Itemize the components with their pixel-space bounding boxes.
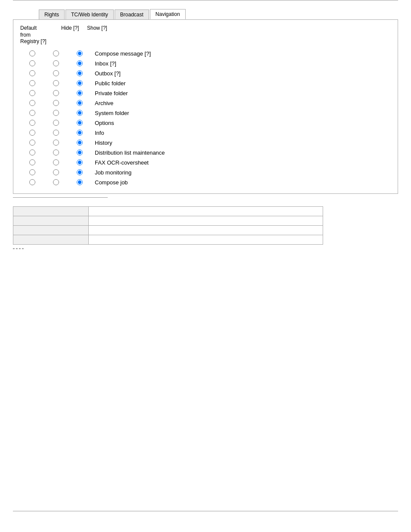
label-system-folder: System folder <box>95 110 129 116</box>
radio-col-default-10 <box>20 140 44 146</box>
radio-default-compose[interactable] <box>29 50 35 56</box>
nav-item-archive: Archive <box>20 99 391 107</box>
radio-col-show-2 <box>68 60 91 66</box>
table-cell-label-2 <box>13 216 89 225</box>
radio-default-archive[interactable] <box>29 100 35 106</box>
radio-default-fax-ocr[interactable] <box>29 159 35 165</box>
radio-show-distlist[interactable] <box>77 149 83 156</box>
radio-hide-options[interactable] <box>53 120 59 126</box>
tabs-row: Rights TC/Web Identity Broadcast Navigat… <box>13 9 398 19</box>
radio-show-options[interactable] <box>77 120 83 126</box>
radio-show-info[interactable] <box>77 130 83 136</box>
label-archive: Archive <box>95 100 113 106</box>
table-cell-label-1 <box>13 206 89 216</box>
radio-hide-distlist[interactable] <box>53 149 59 156</box>
label-job-monitoring: Job monitoring <box>95 169 131 176</box>
radio-col-default-3 <box>20 70 44 76</box>
radio-hide-fax-ocr[interactable] <box>53 159 59 165</box>
radio-hide-job-monitoring[interactable] <box>53 169 59 175</box>
column-headers: DefaultfromRegistry [?] Hide [?] Show [?… <box>20 25 391 45</box>
top-border <box>13 0 398 0</box>
label-info: Info <box>95 130 104 136</box>
nav-item-system-folder: System folder <box>20 109 391 117</box>
nav-item-distribution-list: Distribution list maintenance <box>20 149 391 157</box>
radio-hide-outbox[interactable] <box>53 70 59 76</box>
radio-show-history[interactable] <box>77 140 83 146</box>
table-row <box>13 235 323 244</box>
nav-item-history: History <box>20 139 391 147</box>
radio-show-fax-ocr[interactable] <box>77 159 83 165</box>
nav-item-inbox: Inbox [?] <box>20 59 391 68</box>
radio-col-hide-7 <box>44 110 68 116</box>
radio-col-show-3 <box>68 70 91 76</box>
radio-hide-archive[interactable] <box>53 100 59 106</box>
table-cell-value-2 <box>89 216 323 225</box>
label-compose-message: Compose message [?] <box>95 50 151 57</box>
radio-hide-public-folder[interactable] <box>53 80 59 86</box>
radio-col-show-13 <box>68 169 91 175</box>
radio-default-info[interactable] <box>29 130 35 136</box>
radio-show-system-folder[interactable] <box>77 110 83 116</box>
footer-note: " " " " <box>13 247 398 252</box>
radio-hide-compose[interactable] <box>53 50 59 56</box>
radio-col-show-7 <box>68 110 91 116</box>
radio-default-distlist[interactable] <box>29 149 35 156</box>
radio-col-hide-5 <box>44 90 68 96</box>
radio-col-hide-9 <box>44 130 68 136</box>
radio-col-default-14 <box>20 179 44 185</box>
radio-default-public-folder[interactable] <box>29 80 35 86</box>
label-options: Options <box>95 120 114 126</box>
radio-default-private-folder[interactable] <box>29 90 35 96</box>
radio-default-compose-job[interactable] <box>29 179 35 185</box>
radio-show-job-monitoring[interactable] <box>77 169 83 175</box>
nav-item-public-folder: Public folder <box>20 79 391 87</box>
radio-show-compose[interactable] <box>77 50 83 56</box>
radio-col-default-9 <box>20 130 44 136</box>
label-history: History <box>95 140 112 146</box>
label-outbox: Outbox [?] <box>95 70 121 77</box>
radio-hide-info[interactable] <box>53 130 59 136</box>
radio-show-private-folder[interactable] <box>77 90 83 96</box>
radio-col-show-9 <box>68 130 91 136</box>
header-hide: Hide [?] <box>61 25 87 31</box>
separator-line <box>13 197 108 198</box>
tab-content-navigation: DefaultfromRegistry [?] Hide [?] Show [?… <box>13 19 398 194</box>
bottom-border <box>13 511 398 511</box>
radio-default-job-monitoring[interactable] <box>29 169 35 175</box>
tab-tcweb[interactable]: TC/Web Identity <box>65 9 114 19</box>
radio-hide-inbox[interactable] <box>53 60 59 66</box>
radio-col-show-10 <box>68 140 91 146</box>
radio-default-inbox[interactable] <box>29 60 35 66</box>
radio-default-system-folder[interactable] <box>29 110 35 116</box>
nav-item-fax-ocr: FAX OCR-coversheet <box>20 159 391 167</box>
radio-default-history[interactable] <box>29 140 35 146</box>
radio-hide-private-folder[interactable] <box>53 90 59 96</box>
radio-hide-system-folder[interactable] <box>53 110 59 116</box>
radio-col-hide-11 <box>44 149 68 156</box>
radio-col-hide-6 <box>44 100 68 106</box>
radio-col-hide-12 <box>44 159 68 165</box>
label-distribution-list: Distribution list maintenance <box>95 149 165 156</box>
radio-hide-history[interactable] <box>53 140 59 146</box>
radio-col-hide-4 <box>44 80 68 86</box>
radio-col-show-1 <box>68 50 91 56</box>
nav-item-private-folder: Private folder <box>20 89 391 97</box>
radio-col-show-5 <box>68 90 91 96</box>
header-default: DefaultfromRegistry [?] <box>20 25 61 45</box>
radio-default-outbox[interactable] <box>29 70 35 76</box>
tab-rights[interactable]: Rights <box>39 9 65 19</box>
tab-broadcast[interactable]: Broadcast <box>115 9 149 19</box>
radio-show-public-folder[interactable] <box>77 80 83 86</box>
radio-hide-compose-job[interactable] <box>53 179 59 185</box>
radio-col-show-11 <box>68 149 91 156</box>
radio-show-archive[interactable] <box>77 100 83 106</box>
radio-show-outbox[interactable] <box>77 70 83 76</box>
radio-col-hide-14 <box>44 179 68 185</box>
page-footer <box>0 511 411 511</box>
radio-show-compose-job[interactable] <box>77 179 83 185</box>
radio-show-inbox[interactable] <box>77 60 83 66</box>
radio-col-hide-10 <box>44 140 68 146</box>
radio-default-options[interactable] <box>29 120 35 126</box>
table-cell-value-3 <box>89 225 323 235</box>
tab-navigation[interactable]: Navigation <box>150 9 186 19</box>
